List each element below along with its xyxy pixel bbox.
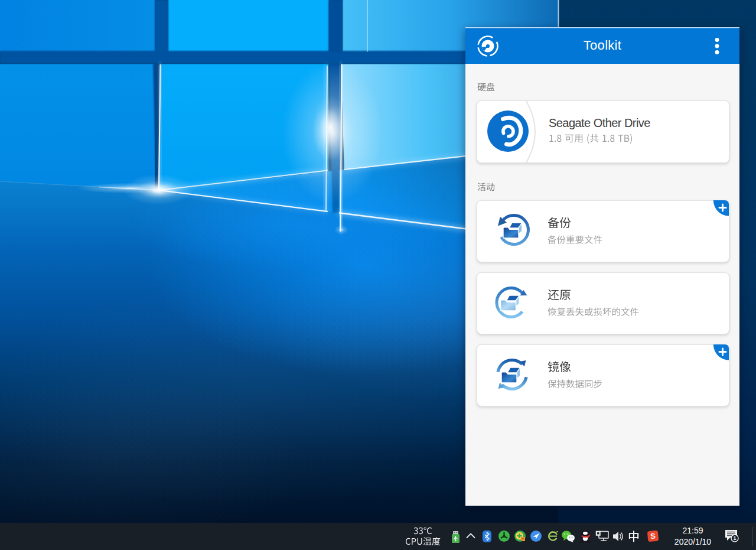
svg-text:S: S	[650, 532, 656, 541]
svg-text:1: 1	[733, 535, 736, 541]
